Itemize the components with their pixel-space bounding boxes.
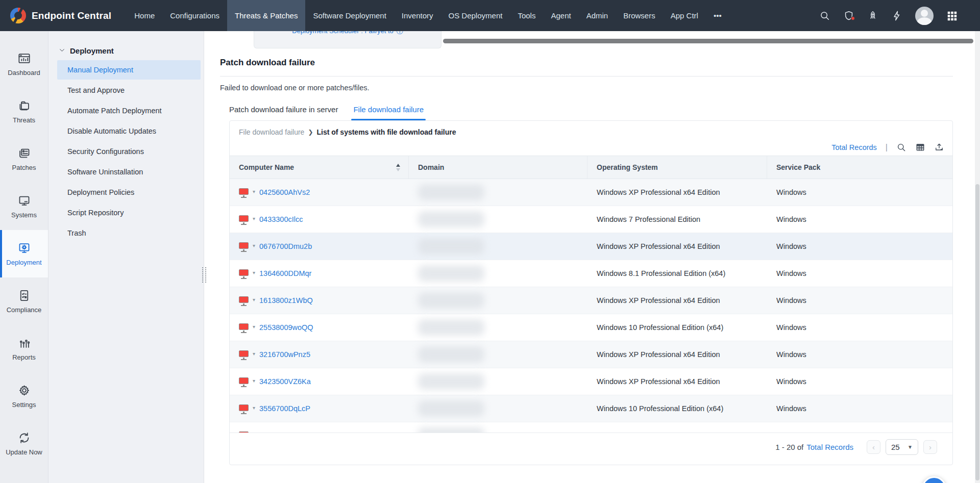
column-header-computer-name[interactable]: Computer Name [230, 156, 409, 179]
table-row[interactable]: ▾ 36288007dhev Windows XP Professional x… [230, 422, 952, 433]
column-header-service-pack[interactable]: Service Pack [767, 156, 952, 179]
brand-name: Endpoint Central [32, 10, 111, 21]
page-size-value: 25 [891, 443, 900, 451]
shield-alert-icon[interactable] [843, 10, 854, 21]
computer-name-link[interactable]: 3423500VZ6Ka [259, 377, 311, 386]
row-dropdown-caret-icon[interactable]: ▾ [253, 351, 255, 357]
table-row[interactable]: ▾ 25538009woQQ Windows 10 Professional E… [230, 314, 952, 341]
nav-item[interactable]: Home [127, 0, 162, 31]
whats-new-icon[interactable] [867, 10, 878, 21]
brand[interactable]: Endpoint Central [10, 8, 111, 23]
nav-item[interactable]: Browsers [616, 0, 663, 31]
table-row[interactable]: ▾ 0425600AhVs2 Windows XP Professional x… [230, 179, 952, 206]
sidebar-item[interactable]: Script Repository [57, 203, 201, 222]
rail-item[interactable]: Reports [0, 325, 48, 372]
domain-redacted-blur [418, 427, 484, 433]
rail-item[interactable]: Dashboard [0, 40, 48, 88]
sidebar-item[interactable]: Disable Automatic Updates [57, 121, 201, 141]
row-dropdown-caret-icon[interactable]: ▾ [253, 270, 255, 275]
sidebar-item[interactable]: Automate Patch Deployment [57, 101, 201, 120]
computer-name-link[interactable]: 0433300cIlcc [259, 215, 303, 223]
nav-item[interactable]: OS Deployment [441, 0, 510, 31]
sidebar-item[interactable]: Security Configurations [57, 142, 201, 161]
search-icon[interactable] [819, 10, 830, 21]
total-records-link[interactable]: Total Records [831, 143, 877, 151]
sidebar-item[interactable]: Software Uninstallation [57, 162, 201, 182]
rail-item[interactable]: Settings [0, 372, 48, 420]
rail-item[interactable]: Update Now [0, 420, 48, 467]
row-dropdown-caret-icon[interactable]: ▾ [253, 216, 255, 221]
sort-control[interactable] [396, 164, 400, 171]
computer-name-link[interactable]: 3216700wPnz5 [259, 350, 310, 359]
table-view-icon[interactable] [915, 142, 925, 152]
total-records-link[interactable]: Total Records [806, 443, 853, 451]
computer-name-link[interactable]: 1364600DDMqr [259, 269, 311, 277]
computer-offline-icon [239, 377, 249, 384]
clipped-banner-text: Deployment Scheduler : Fail/yet to [292, 31, 394, 35]
prev-page-button[interactable]: ‹ [867, 440, 880, 454]
tab[interactable]: Patch download failure in server [229, 105, 338, 120]
column-header-domain[interactable]: Domain [409, 156, 587, 179]
row-dropdown-caret-icon[interactable]: ▾ [253, 297, 255, 302]
nav-item[interactable]: Tools [510, 0, 543, 31]
avatar[interactable] [915, 7, 934, 25]
vertical-scrollbar[interactable] [975, 31, 980, 483]
breadcrumb-parent[interactable]: File download failure [239, 128, 304, 136]
column-header-operating-system[interactable]: Operating System [587, 156, 767, 179]
next-page-button[interactable]: › [923, 440, 937, 454]
row-dropdown-caret-icon[interactable]: ▾ [253, 324, 255, 329]
rail-item[interactable]: Threats [0, 88, 48, 135]
tab[interactable]: File download failure [353, 105, 424, 120]
rail-item[interactable]: Systems [0, 183, 48, 230]
nav-item[interactable]: Inventory [394, 0, 441, 31]
nav-item[interactable]: ••• [706, 0, 729, 31]
operating-system-cell: Windows 10 Professional Edition (x64) [587, 323, 767, 332]
page-size-select[interactable]: 25 ▼ [886, 439, 918, 455]
table-row[interactable]: ▾ 1364600DDMqr Windows 8.1 Professional … [230, 260, 952, 287]
page-title: Patch download failure [220, 58, 953, 68]
computer-name-link[interactable]: 0676700Dmu2b [259, 242, 312, 250]
sidebar-item[interactable]: Deployment Policies [57, 183, 201, 202]
nav-item[interactable]: Software Deployment [305, 0, 394, 31]
rail-item[interactable]: Compliance [0, 277, 48, 325]
computer-name-link[interactable]: 0425600AhVs2 [259, 188, 310, 196]
horizontal-scrollbar-thumb[interactable] [443, 39, 973, 43]
row-dropdown-caret-icon[interactable]: ▾ [253, 405, 255, 411]
rail-item[interactable]: Deployment [0, 230, 48, 277]
sidebar-item[interactable]: Test and Approve [57, 81, 201, 100]
computer-name-link[interactable]: 3556700DqLcP [259, 404, 310, 413]
breadcrumb-separator-icon: ❯ [308, 129, 313, 136]
pagination-bar: 1 - 20 of Total Records ‹ 25 ▼ › [230, 433, 952, 461]
operating-system-cell: Windows XP Professional x64 Edition [587, 377, 767, 386]
sidebar-resize-grip[interactable] [202, 267, 206, 283]
search-icon[interactable] [896, 142, 906, 152]
computer-name-link[interactable]: 1613800z1WbQ [259, 296, 313, 304]
table-row[interactable]: ▾ 3423500VZ6Ka Windows XP Professional x… [230, 368, 952, 395]
nav-item[interactable]: App Ctrl [663, 0, 706, 31]
app-grid-icon[interactable] [946, 10, 958, 21]
quick-actions-icon[interactable] [891, 10, 902, 21]
table-row[interactable]: ▾ 0433300cIlcc Windows 7 Professional Ed… [230, 206, 952, 233]
rail-item-label: Settings [12, 401, 36, 409]
table-row[interactable]: ▾ 3556700DqLcP Windows 10 Professional E… [230, 395, 952, 422]
nav-item[interactable]: Agent [543, 0, 578, 31]
rail-item-label: Reports [12, 353, 36, 361]
nav-item[interactable]: Configurations [162, 0, 227, 31]
computer-name-link[interactable]: 25538009woQQ [259, 323, 313, 332]
sidebar-group-header[interactable]: Deployment [48, 46, 204, 55]
info-icon[interactable]: ⓘ [397, 31, 403, 36]
vertical-scrollbar-thumb[interactable] [975, 184, 979, 480]
table-row[interactable]: ▾ 1613800z1WbQ Windows XP Professional x… [230, 287, 952, 314]
sidebar-item[interactable]: Manual Deployment [57, 60, 201, 80]
row-dropdown-caret-icon[interactable]: ▾ [253, 378, 255, 384]
table-row[interactable]: ▾ 3216700wPnz5 Windows XP Professional x… [230, 341, 952, 368]
table-row[interactable]: ▾ 0676700Dmu2b Windows XP Professional x… [230, 233, 952, 260]
export-icon[interactable] [934, 142, 944, 152]
row-dropdown-caret-icon[interactable]: ▾ [253, 243, 255, 248]
sidebar-item[interactable]: Trash [57, 223, 201, 243]
nav-item[interactable]: Admin [579, 0, 616, 31]
row-dropdown-caret-icon[interactable]: ▾ [253, 189, 255, 194]
domain-redacted-blur [418, 400, 484, 417]
rail-item[interactable]: Patches [0, 135, 48, 183]
nav-item[interactable]: Threats & Patches [227, 0, 305, 31]
